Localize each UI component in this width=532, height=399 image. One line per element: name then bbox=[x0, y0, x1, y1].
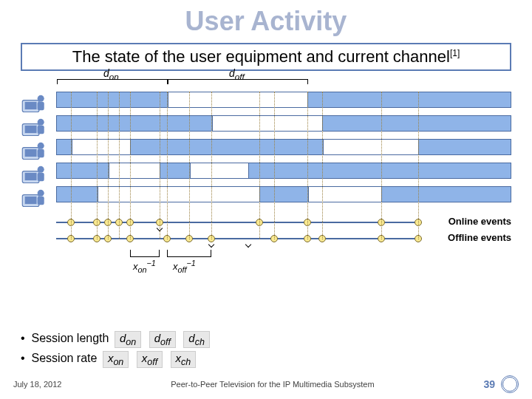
online-events-label: Online events bbox=[449, 216, 511, 227]
svg-point-6 bbox=[38, 119, 44, 126]
svg-point-14 bbox=[38, 166, 44, 173]
bullet-list: • Session length don doff dch • Session … bbox=[21, 331, 212, 371]
online-events-row: Online events bbox=[56, 216, 511, 228]
svg-rect-1 bbox=[25, 102, 37, 109]
svg-rect-7 bbox=[38, 126, 44, 134]
subtitle-box: The state of the user equipment and curr… bbox=[21, 43, 511, 71]
person-icon bbox=[21, 115, 46, 137]
svg-rect-15 bbox=[38, 173, 44, 181]
svg-rect-11 bbox=[38, 149, 44, 157]
math-xoff: xoff bbox=[137, 351, 163, 368]
person-icon bbox=[21, 163, 46, 185]
subtitle-text: The state of the user equipment and curr… bbox=[72, 47, 460, 66]
track: dondoff bbox=[56, 92, 511, 108]
math-dch: dch bbox=[183, 331, 210, 348]
math-xon: xon bbox=[103, 351, 129, 368]
person-icons bbox=[21, 92, 50, 210]
logo-icon bbox=[501, 375, 519, 393]
footer-page: 39 bbox=[483, 378, 495, 390]
svg-point-10 bbox=[38, 143, 44, 149]
track-area: dondoff bbox=[56, 92, 511, 210]
svg-rect-5 bbox=[25, 126, 37, 133]
footer: July 18, 2012 Peer-to-Peer Television fo… bbox=[0, 375, 532, 393]
svg-rect-17 bbox=[25, 197, 37, 204]
person-icon bbox=[21, 139, 46, 161]
svg-rect-13 bbox=[25, 173, 37, 180]
footer-date: July 18, 2012 bbox=[13, 380, 61, 389]
activity-diagram: dondoff Online events Offline events xon… bbox=[21, 77, 511, 239]
person-icon bbox=[21, 92, 46, 114]
math-don: don bbox=[115, 331, 141, 348]
svg-rect-9 bbox=[25, 149, 37, 157]
list-item: • Session length don doff dch bbox=[21, 331, 212, 348]
svg-rect-19 bbox=[38, 197, 44, 205]
offline-events-row: Offline events bbox=[56, 232, 511, 244]
svg-point-18 bbox=[38, 190, 44, 197]
track bbox=[56, 163, 511, 179]
list-item: • Session rate xon xoff xch bbox=[21, 351, 212, 368]
track bbox=[56, 186, 511, 202]
offline-events-label: Offline events bbox=[448, 232, 511, 243]
track bbox=[56, 139, 511, 155]
svg-rect-3 bbox=[38, 102, 44, 110]
math-doff: doff bbox=[149, 331, 176, 348]
footer-title: Peer-to-Peer Television for the IP Multi… bbox=[61, 380, 483, 389]
person-icon bbox=[21, 186, 46, 208]
math-xch: xch bbox=[171, 351, 197, 368]
track bbox=[56, 115, 511, 132]
page-title: User Activity bbox=[0, 0, 532, 40]
svg-point-2 bbox=[38, 95, 44, 102]
